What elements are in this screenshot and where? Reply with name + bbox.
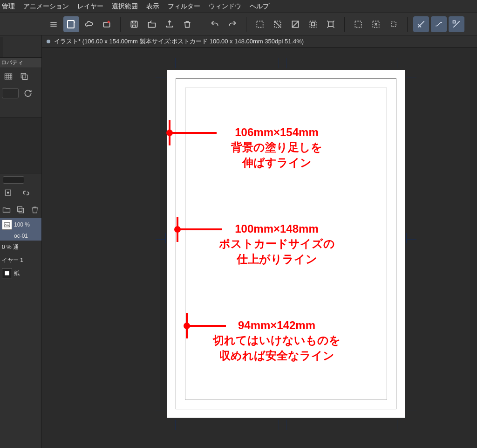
menu-bar: 管理 アニメーション レイヤー 選択範囲 表示 フィルター ウィンドウ ヘルプ bbox=[0, 0, 477, 13]
refresh-icon[interactable] bbox=[21, 88, 34, 99]
svg-rect-16 bbox=[23, 75, 27, 80]
crop-tick-icon bbox=[175, 420, 176, 430]
marquee-rect-icon[interactable] bbox=[350, 16, 366, 32]
crop-tick-icon bbox=[279, 58, 279, 68]
main-toolbar bbox=[0, 13, 477, 35]
grid-icon[interactable] bbox=[2, 71, 15, 82]
menu-animation[interactable]: アニメーション bbox=[23, 2, 69, 11]
property-tab[interactable]: ロパティ bbox=[0, 58, 41, 68]
crop-tick-icon bbox=[406, 411, 416, 411]
svg-rect-12 bbox=[391, 22, 396, 27]
menu-layer[interactable]: レイヤー bbox=[77, 2, 103, 11]
svg-rect-13 bbox=[453, 21, 456, 23]
annotation-trim-l3: 仕上がりライン bbox=[167, 252, 386, 267]
selection-all-icon[interactable] bbox=[252, 16, 268, 32]
crop-tick-icon bbox=[175, 58, 176, 68]
annotation-bleed-l2: 背景の塗り足しを bbox=[167, 140, 386, 155]
marquee-square-icon[interactable] bbox=[386, 16, 402, 32]
annotation-trim: 100mm×148mm ポストカードサイズの 仕上がりライン bbox=[167, 221, 386, 267]
new-layer-icon[interactable] bbox=[2, 187, 15, 199]
svg-rect-20 bbox=[19, 208, 24, 213]
svg-rect-3 bbox=[131, 21, 137, 27]
crop-tick-icon bbox=[397, 420, 397, 430]
crop-tick-icon bbox=[397, 58, 397, 68]
save-icon[interactable] bbox=[126, 16, 142, 32]
marquee-shrink-icon[interactable] bbox=[368, 16, 384, 32]
svg-rect-4 bbox=[257, 21, 263, 27]
crop-tick-icon bbox=[156, 77, 166, 77]
svg-rect-0 bbox=[68, 21, 74, 28]
document-tab[interactable]: イラスト* (106.00 x 154.00mm 製本サイズ:ポストカード 10… bbox=[42, 35, 477, 48]
crop-tick-icon bbox=[406, 239, 416, 240]
record-icon[interactable] bbox=[99, 16, 115, 32]
svg-point-18 bbox=[7, 192, 9, 193]
open-folder-icon[interactable] bbox=[144, 16, 160, 32]
svg-rect-15 bbox=[21, 73, 26, 78]
menu-filter[interactable]: フィルター bbox=[168, 2, 200, 11]
menu-view[interactable]: 表示 bbox=[146, 2, 159, 11]
crop-tick-icon bbox=[279, 420, 279, 430]
export-icon[interactable] bbox=[162, 16, 177, 32]
layer-opacity-label: 0 % 通 bbox=[2, 243, 19, 251]
svg-point-2 bbox=[108, 21, 110, 23]
layer-item-selected[interactable]: 100 % bbox=[0, 218, 41, 231]
crop-tick-icon bbox=[156, 239, 166, 240]
svg-rect-19 bbox=[18, 207, 22, 211]
annotation-bleed: 106mm×154mm 背景の塗り足しを 伸ばすライン bbox=[167, 125, 386, 170]
crop-tick-icon bbox=[156, 411, 166, 411]
delete-layer-icon[interactable] bbox=[30, 204, 40, 215]
menu-window[interactable]: ウィンドウ bbox=[209, 2, 241, 11]
layer-name-row[interactable]: イヤー 1 bbox=[0, 254, 41, 267]
snap-grid-icon[interactable] bbox=[431, 16, 447, 32]
layer-search-input[interactable] bbox=[3, 176, 24, 184]
svg-rect-10 bbox=[355, 21, 361, 27]
new-file-icon[interactable] bbox=[63, 16, 79, 32]
layer-paper-row[interactable]: 紙 bbox=[0, 267, 41, 280]
left-sidebar: ロパティ bbox=[0, 35, 42, 448]
deselect-icon[interactable] bbox=[270, 16, 286, 32]
crop-tick-icon bbox=[165, 233, 166, 243]
invert-selection-icon[interactable] bbox=[287, 16, 303, 32]
svg-rect-9 bbox=[328, 22, 333, 27]
empty-property-slot bbox=[2, 88, 19, 98]
crop-tick-icon bbox=[286, 420, 286, 430]
annotation-safe-l3: 収めれば安全なライン bbox=[167, 348, 386, 363]
crop-tick-icon bbox=[406, 233, 407, 243]
crop-tick-icon bbox=[286, 58, 286, 68]
overlay-icon[interactable] bbox=[18, 71, 31, 82]
layer-paper-label: 紙 bbox=[14, 269, 20, 277]
document-title: イラスト* (106.00 x 154.00mm 製本サイズ:ポストカード 10… bbox=[54, 37, 304, 46]
snap-special-icon[interactable] bbox=[449, 16, 464, 32]
snap-ruler-icon[interactable] bbox=[413, 16, 429, 32]
link-layer-icon[interactable] bbox=[20, 187, 33, 199]
new-folder-icon[interactable] bbox=[2, 204, 11, 215]
trash-icon[interactable] bbox=[179, 16, 195, 32]
layer-thumb-icon bbox=[2, 220, 12, 230]
layer-item-id[interactable]: oc-01 bbox=[0, 231, 41, 241]
viewport[interactable]: 106mm×154mm 背景の塗り足しを 伸ばすライン 100mm×148mm … bbox=[42, 48, 477, 448]
layer-name-label: イヤー 1 bbox=[2, 256, 23, 264]
menu-help[interactable]: ヘルプ bbox=[250, 2, 269, 11]
cloud-icon[interactable] bbox=[81, 16, 97, 32]
selection-expand-icon[interactable] bbox=[323, 16, 339, 32]
duplicate-layer-icon[interactable] bbox=[16, 204, 25, 215]
selection-border-icon[interactable] bbox=[305, 16, 321, 32]
undo-icon[interactable] bbox=[207, 16, 223, 32]
svg-rect-22 bbox=[5, 271, 9, 276]
svg-rect-7 bbox=[310, 21, 316, 27]
annotation-safe: 94mm×142mm 切れてはいけないものを 収めれば安全なライン bbox=[167, 318, 386, 363]
layer-opacity-row[interactable]: 0 % 通 bbox=[0, 241, 41, 254]
layer-percent-label: 100 % bbox=[14, 221, 30, 228]
menu-selection[interactable]: 選択範囲 bbox=[112, 2, 138, 11]
redo-icon[interactable] bbox=[225, 16, 240, 32]
annotation-trim-l2: ポストカードサイズの bbox=[167, 236, 386, 251]
menu-file[interactable]: 管理 bbox=[2, 2, 15, 11]
crop-tick-icon bbox=[406, 77, 416, 77]
annotation-bleed-l3: 伸ばすライン bbox=[167, 155, 386, 170]
layer-id-label: oc-01 bbox=[2, 233, 28, 239]
svg-rect-8 bbox=[312, 22, 315, 26]
layer-paper-thumb-icon bbox=[2, 268, 12, 278]
annotation-safe-l2: 切れてはいけないものを bbox=[167, 333, 386, 348]
hamburger-icon[interactable] bbox=[46, 16, 61, 32]
canvas-area: イラスト* (106.00 x 154.00mm 製本サイズ:ポストカード 10… bbox=[42, 35, 477, 448]
